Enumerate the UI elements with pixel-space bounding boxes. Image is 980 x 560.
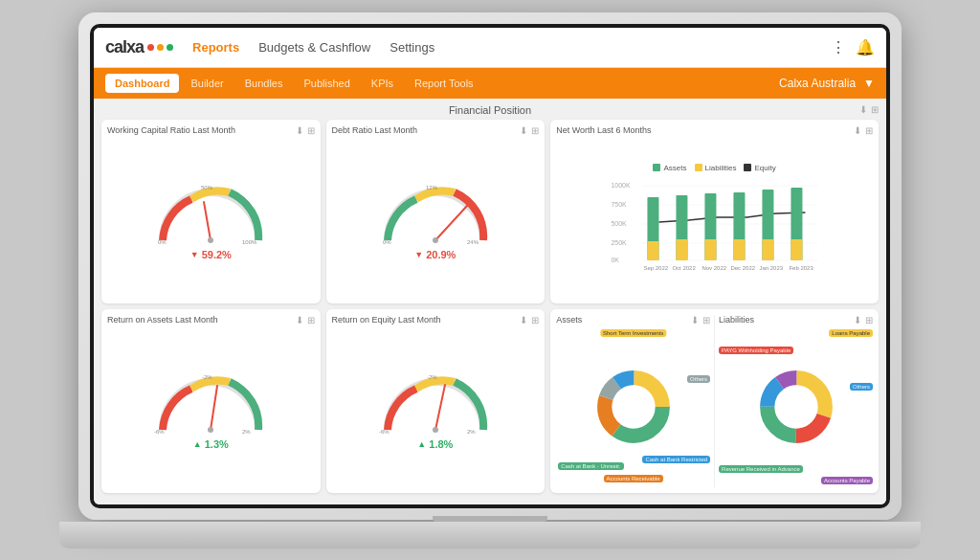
expand-nw[interactable]: ⊞ (865, 125, 873, 136)
section-title-icons: ⬇ ⊞ (859, 104, 879, 115)
subnav-dashboard[interactable]: Dashboard (105, 74, 179, 93)
svg-text:500K: 500K (612, 220, 628, 227)
download-icon[interactable]: ⬇ (859, 104, 867, 115)
card-body-ra: -6% 2% -2% ▲ 1.3% (107, 327, 315, 487)
svg-text:Sep 2022: Sep 2022 (644, 265, 669, 271)
section-title: Financial Position (449, 104, 531, 116)
gauge-re: -6% 2% -2% (373, 365, 498, 437)
legend-dot-equity (744, 164, 751, 171)
svg-text:0%: 0% (158, 239, 167, 245)
svg-point-44 (433, 427, 438, 433)
nav-links: Reports Budgets & Cashflow Settings (192, 40, 831, 55)
section-title-bar: Financial Position ⬇ ⊞ (101, 104, 879, 116)
expand-ra[interactable]: ⊞ (307, 315, 315, 325)
svg-text:-2%: -2% (202, 374, 212, 380)
card-title-ra: Return on Assets Last Month (107, 315, 218, 325)
liabilities-chart: Loans Payable PAYG Withholding Payable R… (719, 327, 873, 487)
notification-icon[interactable]: 🔔 (856, 38, 875, 56)
laptop-wrapper: calxa Reports Budgets & Cashflow Setting… (59, 12, 921, 549)
gauge-ra: -6% 2% -2% (148, 365, 273, 437)
main-content: Financial Position ⬇ ⊞ Working Capital R… (94, 99, 886, 504)
card-body-dr: 0% 24% 12% ▼ 20.9% (332, 138, 540, 298)
nav-budgets[interactable]: Budgets & Cashflow (258, 40, 370, 55)
trend-icon-ra: ▲ (193, 439, 202, 449)
legend-dot-liabilities (695, 164, 702, 171)
logo-dot-red (147, 44, 154, 51)
download-re[interactable]: ⬇ (520, 315, 527, 325)
donut-container: Assets ⬇ ⊞ (556, 315, 873, 487)
card-working-capital: Working Capital Ratio Last Month ⬇ ⊞ (101, 120, 321, 303)
svg-text:0K: 0K (612, 257, 620, 263)
download-nw[interactable]: ⬇ (854, 125, 861, 136)
svg-text:750K: 750K (612, 201, 628, 208)
subnav-published[interactable]: Published (294, 74, 359, 93)
card-body-nw: Assets Liabilities Equity (556, 138, 873, 298)
assets-title: Assets (556, 315, 582, 325)
legend-equity: Equity (744, 164, 775, 172)
svg-text:Dec 2022: Dec 2022 (731, 265, 756, 271)
download-ra[interactable]: ⬇ (296, 315, 303, 325)
nav-settings[interactable]: Settings (390, 40, 434, 55)
svg-text:Oct 2022: Oct 2022 (673, 265, 697, 271)
card-header-re: Return on Equity Last Month ⬇ ⊞ (332, 315, 540, 325)
card-icons-wc: ⬇ ⊞ (296, 125, 315, 136)
label-cash-restricted: Cash at Bank Restricted (642, 456, 710, 463)
svg-rect-23 (677, 239, 688, 260)
bar-legend: Assets Liabilities Equity (653, 164, 775, 172)
assets-donut-svg (595, 369, 672, 445)
svg-rect-21 (648, 241, 659, 260)
download-dr[interactable]: ⬇ (520, 125, 527, 136)
svg-point-1 (208, 237, 213, 243)
subnav-chevron[interactable]: ▼ (863, 77, 875, 90)
more-icon[interactable]: ⋮ (831, 38, 846, 56)
svg-text:Nov 2022: Nov 2022 (702, 265, 727, 271)
card-title-re: Return on Equity Last Month (332, 315, 441, 325)
card-icons-nw: ⬇ ⊞ (854, 125, 873, 136)
trend-icon-re: ▲ (417, 439, 426, 449)
expand-re[interactable]: ⊞ (531, 315, 539, 325)
subnav-report-tools[interactable]: Report Tools (405, 74, 483, 93)
gauge-value-wc: ▼ 59.2% (190, 249, 232, 260)
subnav-bundles[interactable]: Bundles (235, 74, 293, 93)
subnav: Dashboard Builder Bundles Published KPIs… (94, 68, 886, 99)
logo-dot-green (167, 44, 173, 51)
expand-assets[interactable]: ⊞ (702, 315, 710, 325)
org-name: Calxa Australia (779, 77, 856, 90)
legend-assets: Assets (653, 164, 686, 172)
svg-rect-25 (705, 239, 717, 260)
svg-line-0 (204, 202, 211, 240)
svg-text:0%: 0% (383, 239, 391, 245)
svg-text:-6%: -6% (379, 429, 390, 435)
assets-section: Assets ⬇ ⊞ (556, 315, 710, 487)
download-liabilities[interactable]: ⬇ (854, 315, 861, 325)
gauge-value-dr: ▼ 20.9% (414, 249, 456, 260)
download-assets[interactable]: ⬇ (691, 315, 699, 325)
svg-text:2%: 2% (467, 429, 476, 435)
expand-wc[interactable]: ⊞ (307, 125, 315, 136)
card-return-equity: Return on Equity Last Month ⬇ ⊞ (326, 309, 546, 493)
expand-icon[interactable]: ⊞ (871, 104, 879, 115)
gauge-value-re: ▲ 1.8% (417, 438, 453, 450)
subnav-kpis[interactable]: KPIs (362, 74, 403, 93)
card-title-wc: Working Capital Ratio Last Month (107, 125, 235, 135)
card-title-dr: Debt Ratio Last Month (332, 125, 418, 135)
subnav-right: Calxa Australia ▼ (779, 77, 875, 90)
svg-point-6 (433, 237, 438, 243)
card-header-ra: Return on Assets Last Month ⬇ ⊞ (107, 315, 315, 325)
liabilities-title: Liabilities (719, 315, 754, 325)
svg-line-38 (211, 386, 217, 430)
expand-liabilities[interactable]: ⊞ (865, 315, 873, 325)
card-header-dr: Debt Ratio Last Month ⬇ ⊞ (332, 125, 540, 136)
logo: calxa (105, 37, 173, 57)
expand-dr[interactable]: ⊞ (531, 125, 539, 136)
svg-line-5 (435, 206, 467, 240)
gauge-dr: 0% 24% 12% (373, 175, 498, 247)
trend-icon-dr: ▼ (414, 250, 423, 259)
nav-reports[interactable]: Reports (192, 40, 239, 55)
download-wc[interactable]: ⬇ (296, 125, 303, 136)
subnav-builder[interactable]: Builder (181, 74, 233, 93)
card-header-wc: Working Capital Ratio Last Month ⬇ ⊞ (107, 125, 315, 136)
svg-text:24%: 24% (467, 239, 479, 245)
liabilities-section: Liabilities ⬇ ⊞ (719, 315, 873, 487)
svg-text:Jan 2023: Jan 2023 (760, 265, 784, 271)
